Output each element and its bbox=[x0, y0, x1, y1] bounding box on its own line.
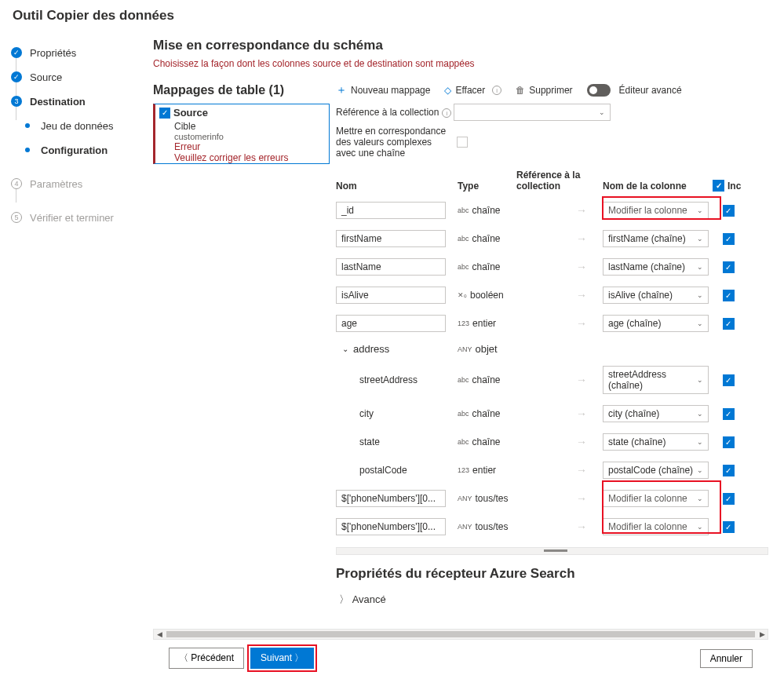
include-checkbox[interactable]: ✓ bbox=[723, 290, 735, 301]
column-select[interactable]: Modifier la colonne⌄ bbox=[603, 518, 709, 535]
field-name[interactable]: firstName bbox=[336, 230, 446, 247]
field-name[interactable]: lastName bbox=[336, 258, 446, 276]
field-name: postalCode bbox=[336, 465, 458, 476]
include-checkbox[interactable]: ✓ bbox=[723, 521, 735, 533]
include-cell: ✓ bbox=[713, 318, 744, 330]
previous-button[interactable]: 〈 Précédent bbox=[169, 648, 244, 669]
field-name[interactable]: _id bbox=[336, 202, 446, 219]
step-label: Configuration bbox=[41, 144, 108, 156]
chevron-down-icon: ⌄ bbox=[697, 235, 703, 243]
header-type: Type bbox=[458, 181, 516, 192]
new-mapping-button[interactable]: ＋Nouveau mappage bbox=[336, 83, 430, 97]
chevron-down-icon: ⌄ bbox=[697, 438, 703, 446]
mapping-table-item[interactable]: ✓ Source Cible customerinfo Erreur Veuil… bbox=[153, 104, 330, 164]
horizontal-scrollbar[interactable] bbox=[336, 547, 768, 555]
check-icon bbox=[11, 71, 22, 82]
field-name[interactable]: age bbox=[336, 315, 446, 332]
column-select[interactable]: age (chaîne)⌄ bbox=[603, 315, 709, 332]
collection-ref-select[interactable]: ⌄ bbox=[454, 104, 611, 121]
schema-row: $['phoneNumbers'][0...ANYtous/tes→Modifi… bbox=[336, 513, 768, 541]
include-cell: ✓ bbox=[713, 465, 744, 476]
field-type: 123entier bbox=[458, 465, 516, 476]
header-colname: Nom de la colonne bbox=[603, 181, 713, 192]
chevron-down-icon: ⌄ bbox=[697, 410, 703, 418]
column-select-cell: streetAddress (chaîne)⌄ bbox=[603, 366, 713, 394]
info-icon: i bbox=[442, 108, 451, 118]
schema-row: age123entier→age (chaîne)⌄✓ bbox=[336, 309, 768, 338]
page-title: Mise en correspondance du schéma bbox=[153, 38, 768, 53]
chevron-down-icon: ⌄ bbox=[342, 345, 348, 353]
checkbox-icon[interactable]: ✓ bbox=[159, 108, 170, 119]
field-name[interactable]: isAlive bbox=[336, 287, 446, 304]
error-message: Veuillez corriger les erreurs bbox=[155, 152, 329, 163]
bottom-scrollbar[interactable]: ◀ ▶ bbox=[153, 629, 768, 640]
include-checkbox[interactable]: ✓ bbox=[723, 436, 735, 448]
column-select[interactable]: isAlive (chaîne)⌄ bbox=[603, 287, 709, 304]
ref-cell: → bbox=[516, 204, 603, 217]
include-checkbox[interactable]: ✓ bbox=[723, 318, 735, 330]
field-name[interactable]: $['phoneNumbers'][0... bbox=[336, 490, 446, 507]
scroll-left-icon[interactable]: ◀ bbox=[154, 630, 165, 639]
schema-row: _idabcchaîne→Modifier la colonne⌄✓ bbox=[336, 196, 768, 225]
complex-map-checkbox[interactable] bbox=[457, 137, 468, 148]
include-cell: ✓ bbox=[713, 205, 744, 217]
include-checkbox[interactable]: ✓ bbox=[723, 205, 735, 217]
step-verify[interactable]: 5 Vérifier et terminer bbox=[0, 206, 153, 230]
step-properties[interactable]: Propriétés bbox=[0, 41, 153, 65]
step-dataset[interactable]: Jeu de données bbox=[0, 114, 153, 138]
arrow-icon: → bbox=[576, 232, 587, 245]
chevron-down-icon: ⌄ bbox=[697, 291, 703, 299]
arrow-icon: → bbox=[576, 317, 587, 330]
column-select[interactable]: firstName (chaîne)⌄ bbox=[603, 230, 709, 247]
chevron-down-icon: ⌄ bbox=[697, 495, 703, 502]
ref-cell: → bbox=[516, 317, 603, 330]
column-select[interactable]: lastName (chaîne)⌄ bbox=[603, 258, 709, 276]
include-checkbox[interactable]: ✓ bbox=[723, 465, 735, 476]
next-button[interactable]: Suivant 〉 bbox=[250, 648, 314, 669]
field-name[interactable]: $['phoneNumbers'][0... bbox=[336, 518, 446, 535]
check-icon bbox=[11, 47, 22, 58]
step-number-icon: 5 bbox=[11, 212, 22, 223]
cancel-button[interactable]: Annuler bbox=[700, 649, 753, 668]
include-checkbox[interactable]: ✓ bbox=[723, 374, 735, 386]
include-checkbox[interactable]: ✓ bbox=[723, 233, 735, 245]
column-select-cell: postalCode (chaîne)⌄ bbox=[603, 462, 713, 479]
delete-button[interactable]: 🗑Supprimer bbox=[516, 85, 572, 96]
scroll-right-icon[interactable]: ▶ bbox=[757, 630, 768, 639]
column-select[interactable]: Modifier la colonne⌄ bbox=[603, 490, 709, 507]
checkbox-icon[interactable]: ✓ bbox=[713, 180, 724, 192]
clear-button[interactable]: ◇Effaceri bbox=[444, 85, 501, 96]
chevron-down-icon: ⌄ bbox=[697, 206, 703, 214]
field-type: abcchaîne bbox=[458, 261, 516, 272]
column-select-cell: state (chaîne)⌄ bbox=[603, 433, 713, 451]
column-select-cell: isAlive (chaîne)⌄ bbox=[603, 287, 713, 304]
field-type: abcchaîne bbox=[458, 233, 516, 244]
chevron-down-icon: ⌄ bbox=[697, 263, 703, 271]
field-type: ANYtous/tes bbox=[458, 521, 516, 532]
step-parameters[interactable]: 4 Paramètres bbox=[0, 172, 153, 196]
arrow-icon: → bbox=[576, 261, 587, 273]
customer-label: customerinfo bbox=[155, 132, 329, 141]
column-select[interactable]: state (chaîne)⌄ bbox=[603, 433, 709, 451]
include-checkbox[interactable]: ✓ bbox=[723, 493, 735, 505]
ref-cell: → bbox=[516, 289, 603, 301]
chevron-down-icon: ⌄ bbox=[599, 108, 605, 116]
field-type: 123entier bbox=[458, 318, 516, 329]
advanced-toggle[interactable]: 〉 Avancé bbox=[336, 590, 768, 622]
advanced-editor-toggle[interactable]: Éditeur avancé bbox=[587, 84, 682, 97]
source-label: Source bbox=[173, 107, 208, 119]
step-destination[interactable]: 3 Destination bbox=[0, 89, 153, 114]
scroll-thumb[interactable] bbox=[166, 631, 755, 637]
field-name: state bbox=[336, 436, 458, 447]
column-select[interactable]: postalCode (chaîne)⌄ bbox=[603, 462, 709, 479]
schema-row: firstNameabcchaîne→firstName (chaîne)⌄✓ bbox=[336, 225, 768, 253]
step-configuration[interactable]: Configuration bbox=[0, 138, 153, 162]
ref-cell: → bbox=[516, 232, 603, 245]
column-select[interactable]: streetAddress (chaîne)⌄ bbox=[603, 366, 709, 394]
step-source[interactable]: Source bbox=[0, 65, 153, 89]
expand-address[interactable]: ⌄addressANYobjet bbox=[336, 338, 768, 360]
include-checkbox[interactable]: ✓ bbox=[723, 408, 735, 420]
include-checkbox[interactable]: ✓ bbox=[723, 261, 735, 273]
column-select[interactable]: city (chaîne)⌄ bbox=[603, 405, 709, 422]
column-select[interactable]: Modifier la colonne⌄ bbox=[603, 202, 709, 219]
